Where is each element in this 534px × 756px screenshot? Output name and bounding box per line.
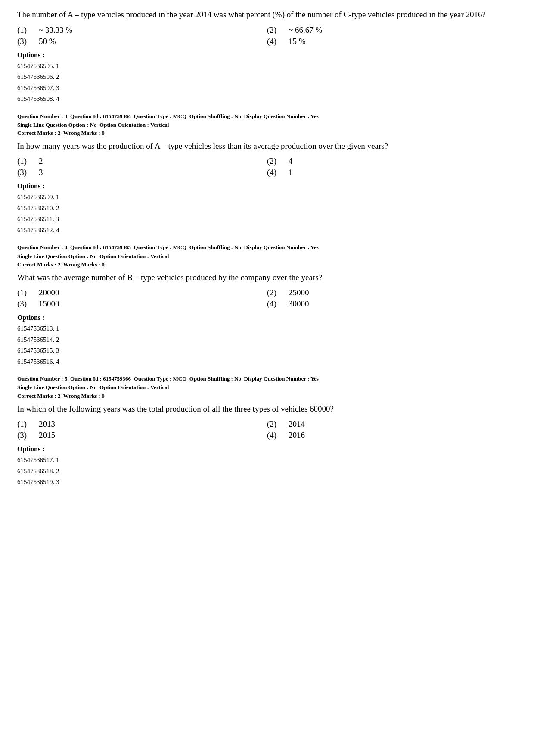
q3-option-row-4: (4) 30000 <box>267 299 517 309</box>
option-val-4: 15 % <box>289 37 306 46</box>
q2-block: Question Number : 3 Question Id : 615475… <box>17 112 517 236</box>
q3-option-row-2: (2) 25000 <box>267 288 517 297</box>
q2-text: In how many years was the production of … <box>17 140 517 153</box>
q4-option-val-2: 2014 <box>289 419 305 429</box>
q2-options: (1) 2 (2) 4 (3) 3 (4) 1 <box>17 156 517 177</box>
q2-option-num-4: (4) <box>267 168 280 177</box>
q4-option-code-3: 61547536519. 3 <box>17 477 517 488</box>
q4-option-val-4: 2016 <box>289 431 305 440</box>
q2-option-val-3: 3 <box>39 168 43 177</box>
first-option-code-4: 61547536508. 4 <box>17 94 517 105</box>
q2-option-code-3: 61547536511. 3 <box>17 214 517 225</box>
q4-option-num-3: (3) <box>17 431 30 440</box>
q3-text: What was the average number of B – type … <box>17 272 517 284</box>
q2-option-val-4: 1 <box>289 168 293 177</box>
q2-options-label: Options : <box>17 182 517 190</box>
q2-option-val-2: 4 <box>289 156 293 166</box>
q2-option-code-2: 61547536510. 2 <box>17 203 517 214</box>
first-option-code-2: 61547536506. 2 <box>17 72 517 83</box>
q3-option-row-1: (1) 20000 <box>17 288 267 297</box>
q2-option-code-4: 61547536512. 4 <box>17 225 517 236</box>
q4-option-code-2: 61547536518. 2 <box>17 466 517 477</box>
q4-options: (1) 2013 (2) 2014 (3) 2015 (4) 2016 <box>17 419 517 440</box>
q3-option-code-3: 61547536515. 3 <box>17 345 517 356</box>
q3-option-val-4: 30000 <box>289 299 309 309</box>
q4-option-row-4: (4) 2016 <box>267 431 517 440</box>
q3-meta2: Single Line Question Option : No Option … <box>17 253 517 260</box>
q2-option-row-3: (3) 3 <box>17 168 267 177</box>
q2-option-val-1: 2 <box>39 156 43 166</box>
first-question-text: The number of A – type vehicles produced… <box>17 9 517 21</box>
q2-option-num-1: (1) <box>17 156 30 166</box>
q4-option-num-4: (4) <box>267 431 280 440</box>
q3-option-code-4: 61547536516. 4 <box>17 356 517 368</box>
q4-option-val-1: 2013 <box>39 419 55 429</box>
q4-options-section: Options : 61547536517. 1 61547536518. 2 … <box>17 445 517 488</box>
q4-option-row-1: (1) 2013 <box>17 419 267 429</box>
q2-option-row-4: (4) 1 <box>267 168 517 177</box>
q4-meta2: Single Line Question Option : No Option … <box>17 384 517 391</box>
option-num-3: (3) <box>17 37 30 46</box>
q2-options-section: Options : 61547536509. 1 61547536510. 2 … <box>17 182 517 236</box>
q4-option-num-2: (2) <box>267 419 280 429</box>
q3-meta: Question Number : 4 Question Id : 615475… <box>17 244 517 251</box>
q4-option-num-1: (1) <box>17 419 30 429</box>
first-options-section: Options : 61547536505. 1 61547536506. 2 … <box>17 51 517 105</box>
first-option-code-3: 61547536507. 3 <box>17 83 517 94</box>
q2-meta2: Single Line Question Option : No Option … <box>17 121 517 129</box>
first-question-block: The number of A – type vehicles produced… <box>17 9 517 105</box>
q2-meta: Question Number : 3 Question Id : 615475… <box>17 112 517 120</box>
q2-option-num-2: (2) <box>267 156 280 166</box>
q4-text: In which of the following years was the … <box>17 403 517 415</box>
option-val-3: 50 % <box>39 37 56 46</box>
q4-option-val-3: 2015 <box>39 431 55 440</box>
q4-option-row-3: (3) 2015 <box>17 431 267 440</box>
q3-options: (1) 20000 (2) 25000 (3) 15000 (4) 30000 <box>17 288 517 309</box>
q4-option-row-2: (2) 2014 <box>267 419 517 429</box>
q3-option-val-1: 20000 <box>39 288 59 297</box>
q3-option-row-3: (3) 15000 <box>17 299 267 309</box>
q2-option-row-2: (2) 4 <box>267 156 517 166</box>
option-row-3: (3) 50 % <box>17 37 267 46</box>
first-question-options: (1) ~ 33.33 % (2) ~ 66.67 % (3) 50 % (4)… <box>17 25 517 46</box>
first-option-code-1: 61547536505. 1 <box>17 61 517 72</box>
option-num-4: (4) <box>267 37 280 46</box>
q2-marks: Correct Marks : 2 Wrong Marks : 0 <box>17 130 517 137</box>
q3-option-num-3: (3) <box>17 299 30 309</box>
q3-option-num-4: (4) <box>267 299 280 309</box>
option-num-1: (1) <box>17 25 30 35</box>
q3-option-val-3: 15000 <box>39 299 59 309</box>
q4-option-code-1: 61547536517. 1 <box>17 455 517 466</box>
q4-options-label: Options : <box>17 445 517 453</box>
q4-marks: Correct Marks : 2 Wrong Marks : 0 <box>17 393 517 400</box>
q3-options-label: Options : <box>17 314 517 322</box>
q3-option-num-1: (1) <box>17 288 30 297</box>
q4-block: Question Number : 5 Question Id : 615475… <box>17 375 517 487</box>
option-num-2: (2) <box>267 25 280 35</box>
q3-options-section: Options : 61547536513. 1 61547536514. 2 … <box>17 314 517 367</box>
q3-block: Question Number : 4 Question Id : 615475… <box>17 244 517 367</box>
q2-option-row-1: (1) 2 <box>17 156 267 166</box>
option-row-4: (4) 15 % <box>267 37 517 46</box>
q3-option-val-2: 25000 <box>289 288 309 297</box>
q3-marks: Correct Marks : 2 Wrong Marks : 0 <box>17 261 517 268</box>
q3-option-code-2: 61547536514. 2 <box>17 334 517 346</box>
option-row-1: (1) ~ 33.33 % <box>17 25 267 35</box>
option-val-2: ~ 66.67 % <box>289 25 322 35</box>
option-row-2: (2) ~ 66.67 % <box>267 25 517 35</box>
q3-option-num-2: (2) <box>267 288 280 297</box>
q4-meta: Question Number : 5 Question Id : 615475… <box>17 375 517 383</box>
first-options-label: Options : <box>17 51 517 59</box>
q3-option-code-1: 61547536513. 1 <box>17 323 517 334</box>
option-val-1: ~ 33.33 % <box>39 25 72 35</box>
q2-option-code-1: 61547536509. 1 <box>17 192 517 203</box>
q2-option-num-3: (3) <box>17 168 30 177</box>
